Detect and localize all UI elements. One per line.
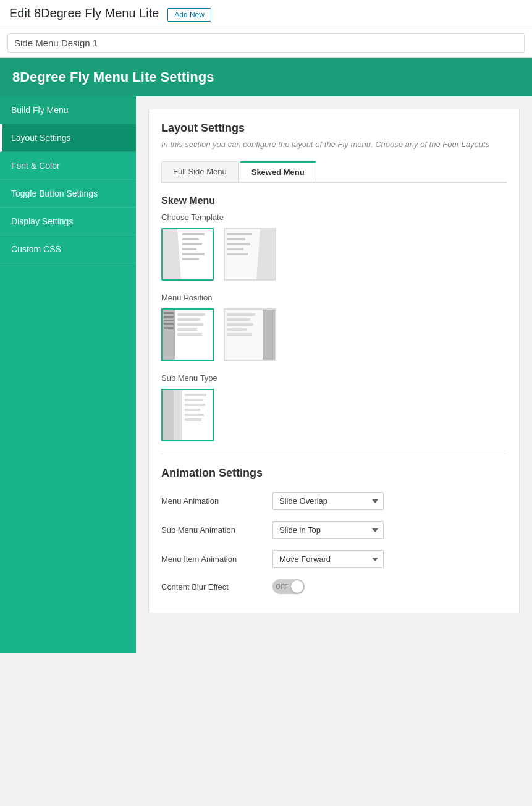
- toggle-knob: [291, 580, 303, 593]
- sidebar-item-display-settings[interactable]: Display Settings: [0, 208, 136, 235]
- sub-menu-animation-field: Sub Menu Animation Slide in Top Slide in…: [161, 521, 507, 539]
- pos-sidebar-right: [263, 310, 275, 360]
- content-blur-field: Content Blur Effect OFF: [161, 579, 507, 594]
- toggle-off-text: OFF: [276, 583, 288, 590]
- sub-menu-animation-label: Sub Menu Animation: [161, 525, 272, 535]
- add-new-button[interactable]: Add New: [167, 8, 211, 22]
- sidebar-item-build-fly-menu[interactable]: Build Fly Menu: [0, 96, 136, 124]
- sub-menu-type-label: Sub Menu Type: [161, 373, 507, 383]
- animation-settings-title: Animation Settings: [161, 467, 507, 480]
- content-blur-label: Content Blur Effect: [161, 582, 272, 592]
- submenu-type-card[interactable]: [161, 389, 214, 441]
- menu-item-animation-select[interactable]: Move Forward Move Backward Fade None: [272, 550, 384, 568]
- tab-full-side-menu[interactable]: Full Side Menu: [161, 161, 239, 182]
- template2-content-lines: [227, 233, 272, 255]
- submenu-options: [161, 389, 507, 441]
- pos-right-content: [227, 313, 260, 336]
- pos-sidebar-left: [163, 310, 175, 360]
- tabs-row: Full Side Menu Skewed Menu: [161, 161, 507, 183]
- plugin-header: 8Degree Fly Menu Lite Settings: [0, 58, 532, 96]
- sidebar-item-toggle-button[interactable]: Toggle Button Settings: [0, 180, 136, 208]
- page-header: Edit 8Degree Fly Menu Lite Add New: [0, 0, 532, 28]
- sub-menu-animation-select[interactable]: Slide in Top Slide in Bottom Fade Zoom: [272, 521, 384, 539]
- sub-sidebar-sub: [174, 390, 182, 440]
- sidebar: Build Fly Menu Layout Settings Font & Co…: [0, 96, 136, 653]
- template-content-lines: [182, 233, 210, 260]
- skew-menu-title: Skew Menu: [161, 195, 507, 206]
- content-area: Layout Settings In this section you can …: [136, 96, 532, 653]
- content-box: Layout Settings In this section you can …: [148, 109, 520, 613]
- menu-position-label: Menu Position: [161, 293, 507, 302]
- position-options: [161, 308, 507, 361]
- menu-item-animation-label: Menu Item Animation: [161, 554, 272, 564]
- menu-item-animation-field: Menu Item Animation Move Forward Move Ba…: [161, 550, 507, 568]
- menu-animation-label: Menu Animation: [161, 496, 272, 506]
- sub-content-area: [185, 394, 210, 421]
- sub-sidebar-main: [163, 390, 174, 440]
- page-title: Edit 8Degree Fly Menu Lite: [9, 6, 159, 20]
- content-blur-toggle[interactable]: OFF: [272, 579, 305, 594]
- layout-settings-title: Layout Settings: [161, 122, 507, 135]
- sidebar-item-layout-settings[interactable]: Layout Settings: [0, 124, 136, 152]
- choose-template-label: Choose Template: [161, 213, 507, 222]
- layout-settings-desc: In this section you can configure the la…: [161, 140, 507, 149]
- skew-left-decoration: [163, 229, 181, 279]
- position-right-card[interactable]: [224, 308, 276, 361]
- menu-name-input[interactable]: [7, 33, 525, 53]
- template-card-2[interactable]: [224, 228, 276, 281]
- sidebar-item-font-color[interactable]: Font & Color: [0, 152, 136, 180]
- menu-animation-select[interactable]: Slide Overlap Slide Push Reveal Fade: [272, 492, 384, 510]
- tab-skewed-menu[interactable]: Skewed Menu: [240, 161, 316, 182]
- pos-content-left: [177, 313, 210, 336]
- position-left-card[interactable]: [161, 308, 214, 361]
- section-divider: [161, 454, 507, 454]
- sidebar-item-custom-css[interactable]: Custom CSS: [0, 235, 136, 263]
- plugin-header-title: 8Degree Fly Menu Lite Settings: [12, 69, 520, 85]
- menu-name-bar: [0, 28, 532, 58]
- menu-animation-field: Menu Animation Slide Overlap Slide Push …: [161, 492, 507, 510]
- main-layout: Build Fly Menu Layout Settings Font & Co…: [0, 96, 532, 653]
- template-card-1[interactable]: [161, 228, 214, 281]
- template-options: [161, 228, 507, 281]
